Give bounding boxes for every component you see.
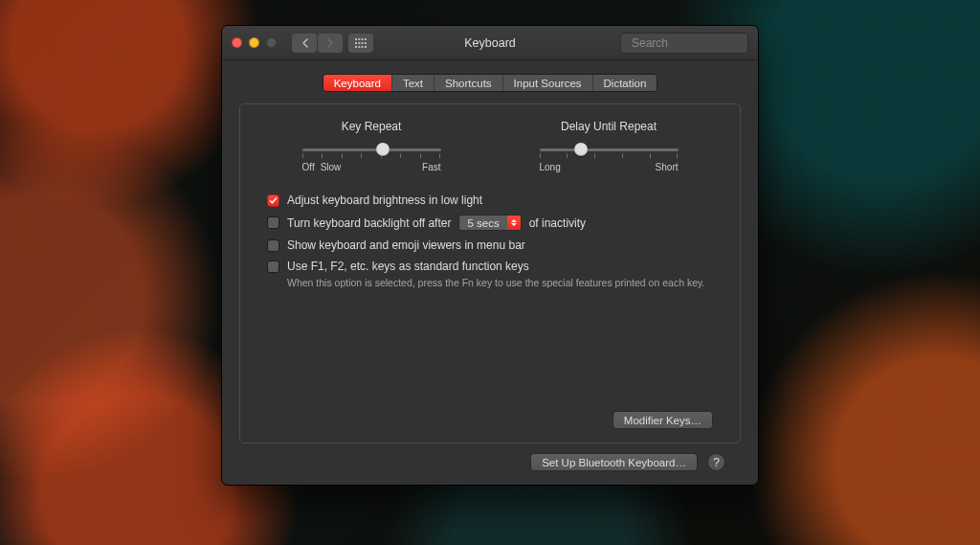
option-auto-brightness[interactable]: Adjust keyboard brightness in low light [267,193,713,207]
svg-rect-7 [365,42,367,44]
delay-repeat-group: Delay Until Repeat Long Short [504,120,713,172]
tab-label: Text [403,78,423,89]
slider-end-right: Short [656,162,679,172]
option-backlight-off[interactable]: Turn keyboard backlight off after 5 secs… [267,215,713,231]
key-repeat-slider[interactable]: OffSlow Fast [302,143,441,172]
tab-shortcuts[interactable]: Shortcuts [434,75,503,91]
svg-rect-3 [365,38,367,40]
fn-keys-hint: When this option is selected, press the … [287,277,713,288]
show-all-button[interactable] [348,34,373,53]
options-list: Adjust keyboard brightness in low light … [267,193,713,288]
modifier-keys-button[interactable]: Modifier Keys… [612,411,713,429]
panel-footer: Modifier Keys… [267,411,713,429]
svg-rect-2 [362,38,364,40]
window-body: Keyboard Text Shortcuts Input Sources Di… [222,60,758,485]
option-label: Adjust keyboard brightness in low light [287,193,482,207]
svg-rect-4 [355,42,357,44]
delay-repeat-label: Delay Until Repeat [561,120,657,133]
slider-end-left: OffSlow [302,162,342,172]
backlight-delay-popup[interactable]: 5 secs [458,215,521,231]
checkbox[interactable] [267,239,279,252]
option-label: Use F1, F2, etc. keys as standard functi… [287,260,529,273]
option-label-post: of inactivity [529,216,586,230]
tab-bar: Keyboard Text Shortcuts Input Sources Di… [239,74,741,92]
delay-repeat-slider[interactable]: Long Short [540,143,679,172]
slider-thumb[interactable] [376,143,390,156]
svg-rect-1 [358,38,360,40]
slider-end-left: Long [540,162,561,172]
button-label: Modifier Keys… [624,415,702,426]
chevron-right-icon [327,38,334,48]
minimize-button[interactable] [249,37,259,48]
titlebar: Keyboard [222,26,758,60]
key-repeat-label: Key Repeat [342,120,402,133]
key-repeat-group: Key Repeat OffSlow Fast [267,120,476,172]
search-input[interactable] [632,36,759,50]
help-button[interactable]: ? [707,453,725,471]
checkbox[interactable] [267,194,279,207]
option-label: Show keyboard and emoji viewers in menu … [287,238,525,252]
svg-rect-0 [355,38,357,40]
settings-panel: Key Repeat OffSlow Fast Delay Until Repe… [239,103,741,443]
tab-text[interactable]: Text [392,75,434,91]
svg-rect-8 [355,46,357,48]
back-button[interactable] [292,34,317,53]
tab-keyboard[interactable]: Keyboard [323,75,392,91]
option-show-viewers[interactable]: Show keyboard and emoji viewers in menu … [267,238,713,252]
tab-label: Shortcuts [445,78,492,89]
checkbox[interactable] [267,216,279,229]
sliders-row: Key Repeat OffSlow Fast Delay Until Repe… [267,120,713,172]
tab-segment: Keyboard Text Shortcuts Input Sources Di… [323,74,658,92]
stepper-arrows-icon [507,216,521,230]
grid-icon [355,38,367,48]
svg-rect-5 [358,42,360,44]
traffic-lights [232,37,277,48]
svg-rect-6 [362,42,364,44]
slider-end-right: Fast [422,162,440,172]
close-button[interactable] [232,37,242,48]
popup-value: 5 secs [459,217,506,229]
help-icon: ? [713,456,720,469]
tab-dictation[interactable]: Dictation [593,75,657,91]
nav-buttons [292,34,343,53]
svg-rect-9 [358,46,360,48]
check-icon [269,196,278,205]
slider-thumb[interactable] [574,143,588,156]
search-field[interactable] [620,33,748,54]
tab-label: Keyboard [334,78,381,89]
checkbox[interactable] [267,261,279,273]
zoom-button[interactable] [266,37,277,48]
button-label: Set Up Bluetooth Keyboard… [542,457,686,468]
window-footer: Set Up Bluetooth Keyboard… ? [239,443,741,485]
tab-input-sources[interactable]: Input Sources [503,75,593,91]
svg-rect-11 [365,46,367,48]
tab-label: Input Sources [514,78,582,89]
chevron-left-icon [301,38,308,48]
preferences-window: Keyboard Keyboard Text Shortcuts Input S… [221,25,759,486]
option-label-pre: Turn keyboard backlight off after [287,216,451,230]
bluetooth-keyboard-button[interactable]: Set Up Bluetooth Keyboard… [530,453,698,471]
tab-label: Dictation [604,78,647,89]
svg-rect-10 [362,46,364,48]
forward-button[interactable] [318,34,343,53]
option-fn-keys[interactable]: Use F1, F2, etc. keys as standard functi… [267,260,713,273]
